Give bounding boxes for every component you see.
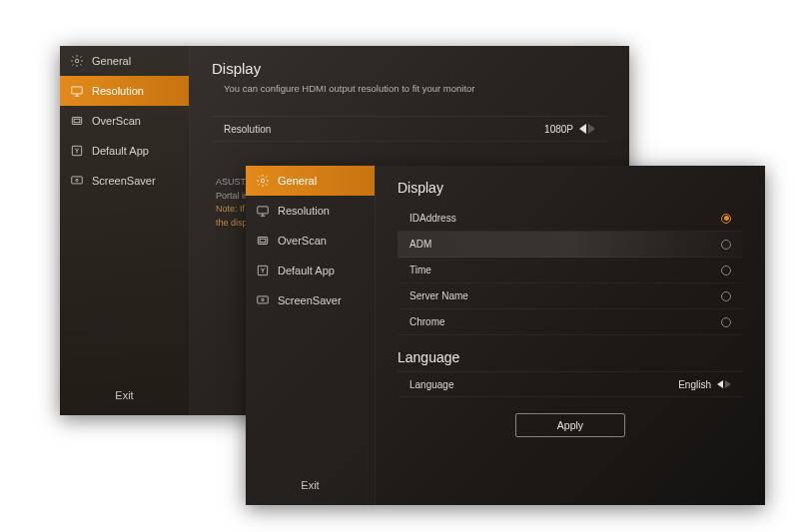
svg-rect-8 bbox=[258, 207, 269, 214]
content-front: Display IDAddress ADM Time Server Name C… bbox=[376, 166, 765, 505]
display-option-server-name[interactable]: Server Name bbox=[398, 283, 743, 309]
row-label: Time bbox=[409, 265, 721, 275]
sidebar-item-label: General bbox=[278, 175, 317, 187]
sidebar-item-general[interactable]: General bbox=[246, 166, 375, 196]
sidebar-item-label: Resolution bbox=[92, 85, 144, 97]
sidebar-item-screensaver[interactable]: ScreenSaver bbox=[246, 285, 375, 315]
sidebar-item-overscan[interactable]: OverScan bbox=[246, 226, 375, 256]
gear-icon bbox=[70, 54, 84, 68]
settings-window-front: General Resolution OverScan Default App … bbox=[246, 166, 765, 505]
row-label: Chrome bbox=[409, 316, 721, 327]
sidebar-item-label: OverScan bbox=[278, 235, 327, 247]
sidebar-item-label: ScreenSaver bbox=[278, 294, 342, 306]
sidebar-item-overscan[interactable]: OverScan bbox=[60, 106, 189, 136]
radio-icon[interactable] bbox=[721, 214, 731, 224]
value-stepper[interactable] bbox=[579, 124, 595, 134]
row-label: ADM bbox=[409, 239, 721, 250]
language-section-title: Language bbox=[398, 349, 743, 365]
sidebar-item-default-app[interactable]: Default App bbox=[246, 256, 375, 285]
sidebar-item-label: Default App bbox=[92, 145, 149, 157]
radio-icon[interactable] bbox=[721, 291, 731, 301]
chevron-right-icon[interactable] bbox=[588, 124, 595, 134]
row-label: IDAddress bbox=[409, 213, 721, 224]
svg-rect-10 bbox=[260, 239, 266, 243]
sidebar-item-label: OverScan bbox=[92, 115, 141, 127]
display-section-title: Display bbox=[398, 180, 743, 196]
svg-point-0 bbox=[75, 59, 79, 63]
section-subtext: You can configure HDMI output resolution… bbox=[212, 83, 607, 94]
section-title: Display bbox=[212, 60, 607, 77]
chevron-left-icon[interactable] bbox=[579, 124, 586, 134]
display-option-time[interactable]: Time bbox=[398, 258, 743, 283]
sidebar-item-label: ScreenSaver bbox=[92, 175, 156, 187]
row-label: Resolution bbox=[224, 124, 544, 135]
sidebar-item-resolution[interactable]: Resolution bbox=[246, 196, 375, 226]
overscan-icon bbox=[256, 234, 270, 248]
apply-button[interactable]: Apply bbox=[515, 413, 625, 437]
exit-button[interactable]: Exit bbox=[246, 467, 375, 505]
svg-point-7 bbox=[261, 179, 265, 183]
row-value: English bbox=[678, 379, 711, 390]
screensaver-icon bbox=[256, 293, 270, 307]
screensaver-icon bbox=[70, 174, 84, 188]
value-stepper[interactable] bbox=[717, 380, 731, 388]
svg-point-13 bbox=[262, 298, 264, 300]
radio-icon[interactable] bbox=[721, 240, 731, 250]
sidebar: General Resolution OverScan Default App … bbox=[246, 166, 376, 505]
svg-point-6 bbox=[76, 179, 78, 181]
svg-rect-1 bbox=[72, 87, 83, 94]
svg-rect-3 bbox=[74, 119, 80, 123]
svg-rect-5 bbox=[72, 177, 83, 184]
svg-rect-12 bbox=[258, 296, 269, 303]
monitor-icon bbox=[256, 204, 270, 218]
overscan-icon bbox=[70, 114, 84, 128]
display-option-idaddress[interactable]: IDAddress bbox=[398, 206, 743, 232]
chevron-right-icon[interactable] bbox=[725, 380, 731, 388]
resolution-row[interactable]: Resolution 1080P bbox=[212, 116, 607, 142]
sidebar: General Resolution OverScan Default App … bbox=[60, 46, 190, 415]
language-row[interactable]: Language English bbox=[398, 371, 743, 397]
sidebar-item-screensaver[interactable]: ScreenSaver bbox=[60, 166, 189, 196]
sidebar-item-label: Default App bbox=[278, 265, 335, 276]
display-option-adm[interactable]: ADM bbox=[398, 232, 743, 258]
sidebar-item-resolution[interactable]: Resolution bbox=[60, 76, 189, 106]
chevron-left-icon[interactable] bbox=[717, 380, 723, 388]
app-icon bbox=[70, 144, 84, 158]
row-label: Server Name bbox=[409, 290, 721, 301]
radio-icon[interactable] bbox=[721, 266, 731, 275]
gear-icon bbox=[256, 174, 270, 188]
row-value: 1080P bbox=[544, 124, 573, 135]
exit-button[interactable]: Exit bbox=[60, 377, 189, 415]
app-icon bbox=[256, 264, 270, 277]
sidebar-item-default-app[interactable]: Default App bbox=[60, 136, 189, 166]
monitor-icon bbox=[70, 84, 84, 98]
sidebar-item-label: General bbox=[92, 55, 131, 67]
sidebar-item-general[interactable]: General bbox=[60, 46, 189, 76]
sidebar-item-label: Resolution bbox=[278, 205, 330, 217]
display-option-chrome[interactable]: Chrome bbox=[398, 309, 743, 335]
radio-icon[interactable] bbox=[721, 317, 731, 327]
row-label: Language bbox=[409, 379, 678, 390]
